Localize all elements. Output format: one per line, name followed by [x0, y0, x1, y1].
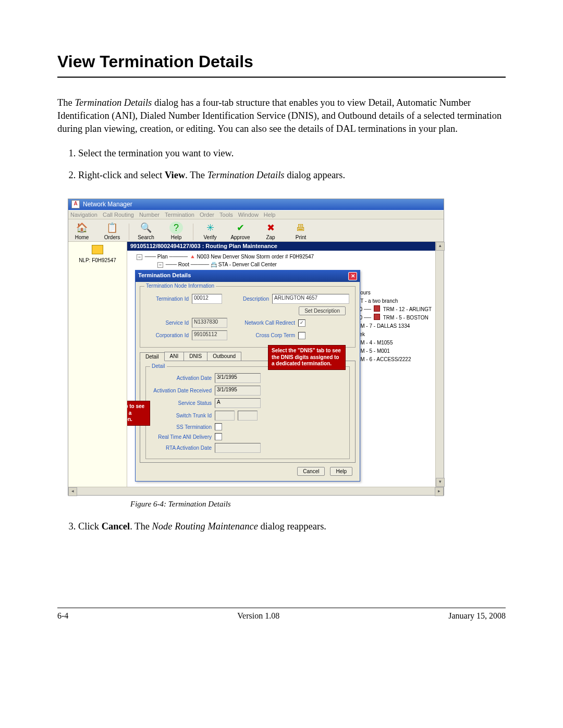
main-pane: 99105112/8002494127/003 : Routing Plan M…	[127, 242, 435, 487]
tree-collapse-icon[interactable]: −	[137, 254, 142, 260]
detail-legend: Detail	[150, 363, 167, 369]
menu-termination[interactable]: Termination	[165, 212, 194, 218]
tab-detail[interactable]: Detail	[140, 352, 165, 361]
sidebar: NLP: F0H92547	[68, 242, 127, 487]
step-2: Right-click and select View. The Termina…	[78, 168, 506, 183]
field-service-id: N1337830	[192, 318, 227, 328]
close-button[interactable]: ✕	[348, 272, 357, 280]
tab-dnis[interactable]: DNIS	[183, 352, 207, 361]
menu-tools[interactable]: Tools	[219, 212, 233, 218]
trm-icon	[374, 305, 380, 312]
scroll-up-icon[interactable]: ▴	[436, 242, 445, 251]
home-icon: 🏠	[75, 221, 89, 234]
right-tree: Hours CT - a two branch 70 ── TRM - 12 -…	[357, 289, 432, 364]
checkbox-real-time-ani[interactable]	[215, 433, 222, 440]
orders-icon: 📋	[105, 221, 119, 234]
menu-bar: Navigation Call Routing Number Terminati…	[68, 210, 444, 219]
footer-rule	[57, 608, 506, 608]
figure-caption: Figure 6-4: Termination Details	[130, 500, 506, 509]
scroll-right-icon[interactable]: ▸	[435, 487, 444, 496]
help-button[interactable]: Help	[330, 467, 352, 476]
zap-icon: ✖	[264, 221, 277, 234]
toolbar-verify[interactable]: ✳Verify	[200, 221, 221, 240]
termination-details-dialog: Termination Details ✕ Termination Node I…	[135, 270, 360, 482]
tab-outbound[interactable]: Outbound	[207, 352, 241, 361]
verify-icon: ✳	[203, 221, 217, 234]
horizontal-scrollbar[interactable]: ◂ ▸	[68, 487, 444, 495]
title-rule	[57, 77, 506, 78]
callout-dnis: Select the "DNIS" tab to see the DNIS di…	[268, 345, 346, 370]
toolbar-help[interactable]: ?Help	[166, 221, 187, 240]
footer-right: January 15, 2008	[448, 611, 506, 621]
search-icon: 🔍	[139, 221, 153, 234]
page-title: View Termination Details	[57, 52, 506, 71]
footer-left: 6-4	[57, 611, 68, 621]
field-description[interactable]: ARLINGTON 4657	[272, 294, 349, 304]
checkbox-cct[interactable]	[298, 332, 305, 339]
label-activation-date-received: Activation Date Received	[149, 388, 212, 393]
menu-number[interactable]: Number	[139, 212, 160, 218]
callout-ani: Select the "ANI" tab to see the ANI assi…	[127, 401, 150, 426]
intro-paragraph: The Termination Details dialog has a fou…	[57, 96, 506, 135]
step-3: Click Cancel. The Node Routing Maintenan…	[78, 519, 506, 535]
field-switch-trunk-id-1	[215, 411, 235, 421]
label-service-id: Service Id	[144, 320, 189, 326]
dialog-title: Termination Details	[138, 272, 191, 280]
tree-collapse-icon[interactable]: −	[157, 262, 163, 268]
field-corp-id: 99105112	[192, 330, 227, 340]
field-service-status: A	[215, 398, 261, 408]
menu-callrouting[interactable]: Call Routing	[103, 212, 134, 218]
page-footer: 6-4 Version 1.08 January 15, 2008	[57, 611, 506, 621]
screenshot-window: A Network Manager Navigation Call Routin…	[68, 199, 444, 496]
cancel-button[interactable]: Cancel	[297, 467, 325, 476]
group-legend: Termination Node Information	[144, 283, 216, 289]
window-title: Network Manager	[83, 201, 132, 208]
menu-window[interactable]: Window	[238, 212, 259, 218]
field-rta-activation-date	[215, 443, 261, 453]
field-switch-trunk-id-2	[238, 411, 258, 421]
tab-panel-detail: Detail Activation Date 3/1/1995 Activati…	[140, 361, 356, 463]
window-titlebar: A Network Manager	[68, 199, 444, 210]
toolbar-zap[interactable]: ✖Zap	[260, 221, 281, 240]
routing-plan-title: 99105112/8002494127/003 : Routing Plan M…	[127, 242, 435, 251]
label-activation-date: Activation Date	[149, 375, 212, 381]
label-switch-trunk-id: Switch Trunk Id	[149, 413, 212, 418]
toolbar: 🏠Home 📋Orders 🔍Search ?Help ✳Verify ✔App…	[68, 219, 444, 242]
label-rta-activation-date: RTA Activation Date	[149, 445, 212, 451]
menu-navigation[interactable]: Navigation	[70, 212, 97, 218]
label-termination-id: Termination Id	[144, 296, 189, 302]
field-activation-date-received: 3/1/1995	[215, 386, 261, 396]
toolbar-search[interactable]: 🔍Search	[136, 221, 156, 240]
checkbox-ncr[interactable]: ✓	[298, 319, 305, 327]
steps-list: Select the termination you want to view.…	[57, 146, 506, 183]
label-description: Description	[238, 296, 269, 302]
scroll-left-icon[interactable]: ◂	[68, 487, 77, 496]
trm-icon	[374, 314, 380, 320]
toolbar-orders[interactable]: 📋Orders	[102, 221, 123, 240]
set-description-button[interactable]: Set Description	[299, 306, 346, 315]
label-cct: Cross Corp Term	[238, 332, 295, 338]
vertical-scrollbar[interactable]: ▴ ▾	[435, 242, 444, 487]
sidebar-nlp: NLP: F0H92547	[71, 257, 124, 263]
plan-icon	[92, 245, 103, 254]
menu-help[interactable]: Help	[264, 212, 276, 218]
label-ncr: Network Call Redirect	[238, 320, 295, 326]
label-corp-id: Corporation Id	[144, 332, 189, 338]
menu-order[interactable]: Order	[200, 212, 214, 218]
label-ss-termination: SS Termination	[149, 424, 212, 430]
field-termination-id[interactable]: 00012	[192, 294, 222, 304]
app-icon: A	[71, 200, 80, 208]
scroll-down-icon[interactable]: ▾	[436, 478, 445, 487]
steps-list-cont: Click Cancel. The Node Routing Maintenan…	[57, 519, 506, 535]
toolbar-approve[interactable]: ✔Approve	[230, 221, 251, 240]
label-service-status: Service Status	[149, 400, 212, 406]
footer-center: Version 1.08	[237, 611, 279, 621]
field-activation-date: 3/1/1995	[215, 373, 261, 383]
step-1: Select the termination you want to view.	[78, 146, 506, 162]
toolbar-print[interactable]: 🖶Print	[290, 221, 311, 240]
tab-ani[interactable]: ANI	[164, 352, 185, 361]
checkbox-ss-termination[interactable]	[215, 423, 222, 430]
toolbar-home[interactable]: 🏠Home	[71, 221, 92, 240]
plan-tree: − ─── Plan ───── 🔺 N003 New Denver SNow …	[127, 251, 435, 269]
termination-node-info-group: Termination Node Information Termination…	[140, 286, 356, 348]
